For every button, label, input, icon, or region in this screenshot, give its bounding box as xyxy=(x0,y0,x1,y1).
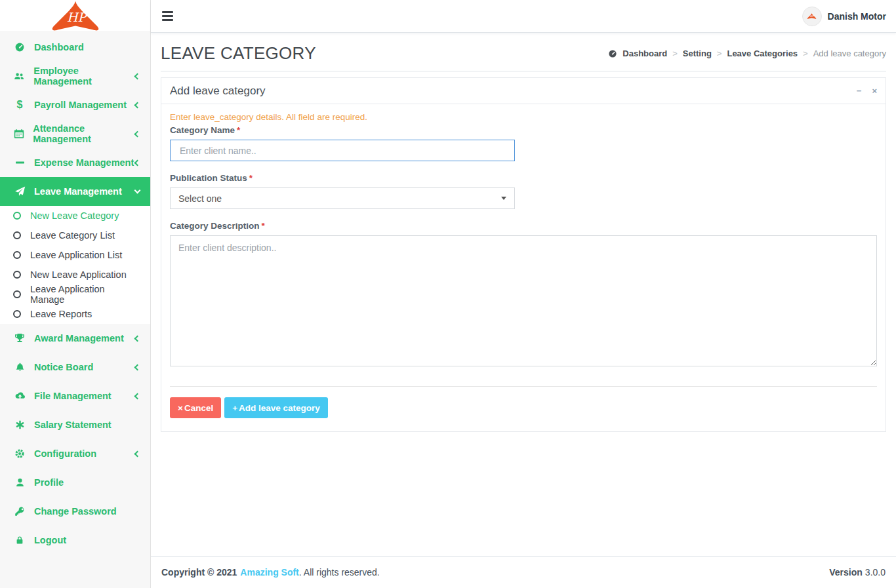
paper-plane-icon xyxy=(13,186,26,197)
brand-logo-icon: HP xyxy=(39,1,112,31)
user-name: Danish Motor xyxy=(828,11,886,22)
required-asterisk: * xyxy=(237,125,240,135)
sidebar-item-file-management[interactable]: File Management xyxy=(0,382,150,410)
user-menu[interactable]: HP Danish Motor xyxy=(802,7,886,26)
plus-icon: + xyxy=(232,403,237,413)
leave-management-submenu: New Leave Category Leave Category List L… xyxy=(0,206,150,324)
submenu-item-leave-application-manage[interactable]: Leave Application Manage xyxy=(0,284,150,304)
breadcrumb-separator: > xyxy=(717,49,722,58)
sidebar-item-employee-management[interactable]: Employee Management xyxy=(0,62,150,90)
sidebar-item-label: Notice Board xyxy=(34,362,93,372)
sidebar-item-configuration[interactable]: Configuration xyxy=(0,439,150,468)
breadcrumb-current: Add leave category xyxy=(813,49,886,58)
submenu-item-leave-category-list[interactable]: Leave Category List xyxy=(0,225,150,245)
company-link[interactable]: Amazing Soft xyxy=(240,567,298,578)
users-icon xyxy=(13,71,26,81)
publication-status-label: Publication Status* xyxy=(170,173,877,183)
form-note: Enter leave_category details. All field … xyxy=(170,112,877,122)
page-content: LEAVE CATEGORY Dashboard > Setting > Lea… xyxy=(151,33,896,556)
chevron-left-icon xyxy=(134,159,141,166)
gear-icon xyxy=(13,448,26,459)
sidebar-item-salary-statement[interactable]: Salary Statement xyxy=(0,410,150,439)
sidebar-item-logout[interactable]: Logout xyxy=(0,526,150,555)
add-leave-category-button[interactable]: + Add leave category xyxy=(224,397,328,418)
breadcrumb-setting[interactable]: Setting xyxy=(683,49,712,58)
sidebar-item-profile[interactable]: Profile xyxy=(0,468,150,497)
panel-header: Add leave category − × xyxy=(161,78,886,104)
user-icon xyxy=(13,477,26,488)
category-description-label: Category Description* xyxy=(170,221,877,231)
circle-icon xyxy=(13,251,21,259)
breadcrumb-separator: > xyxy=(672,49,678,58)
chevron-left-icon xyxy=(134,450,141,457)
sidebar-item-label: Expense Management xyxy=(34,157,134,168)
breadcrumb: Dashboard > Setting > Leave Categories >… xyxy=(608,49,886,58)
brand-logo-text: HP xyxy=(67,10,87,24)
topbar: HP Danish Motor xyxy=(151,0,896,33)
add-leave-category-panel: Add leave category − × Enter leave_categ… xyxy=(161,77,886,432)
version-value: 3.0.0 xyxy=(865,567,886,578)
asterisk-icon xyxy=(13,420,26,430)
category-description-textarea[interactable] xyxy=(170,235,877,366)
copyright-text: Copyright © 2021 xyxy=(161,567,237,578)
category-name-input[interactable] xyxy=(170,140,515,161)
submenu-item-label: Leave Application List xyxy=(30,250,122,260)
circle-icon xyxy=(13,231,21,239)
circle-icon xyxy=(13,212,21,220)
close-icon[interactable]: × xyxy=(872,87,877,95)
circle-icon xyxy=(13,271,21,279)
sidebar-item-payroll-management[interactable]: $ Payroll Management xyxy=(0,90,150,119)
breadcrumb-dashboard[interactable]: Dashboard xyxy=(622,49,667,58)
sidebar-item-label: Attendance Management xyxy=(33,123,135,144)
sidebar-item-attendance-management[interactable]: Attendance Management xyxy=(0,119,150,148)
caret-down-icon xyxy=(501,197,506,200)
chevron-left-icon xyxy=(134,102,141,108)
version-label: Version xyxy=(829,567,863,578)
sidebar-item-dashboard[interactable]: Dashboard xyxy=(0,33,150,62)
submenu-item-leave-application-list[interactable]: Leave Application List xyxy=(0,245,150,265)
sidebar-menu: Dashboard Employee Management $ Payroll … xyxy=(0,31,150,588)
menu-toggle-icon[interactable] xyxy=(161,9,174,24)
submenu-item-new-leave-category[interactable]: New Leave Category xyxy=(0,206,150,225)
sidebar-item-change-password[interactable]: Change Password xyxy=(0,497,150,526)
sidebar-item-label: Salary Statement xyxy=(34,420,112,430)
submenu-item-new-leave-application[interactable]: New Leave Application xyxy=(0,265,150,284)
chevron-left-icon xyxy=(134,335,141,342)
required-asterisk: * xyxy=(249,173,253,183)
submenu-item-leave-reports[interactable]: Leave Reports xyxy=(0,304,150,324)
sidebar-item-label: Configuration xyxy=(34,448,96,459)
select-value: Select one xyxy=(178,193,222,204)
category-description-group: Category Description* xyxy=(170,221,877,369)
circle-icon xyxy=(13,290,21,298)
submenu-item-label: Leave Category List xyxy=(30,230,115,241)
publication-status-group: Publication Status* Select one xyxy=(170,173,877,209)
cancel-button[interactable]: × Cancel xyxy=(170,397,221,418)
sidebar-item-label: File Management xyxy=(34,391,112,401)
panel-title: Add leave category xyxy=(170,85,266,98)
sidebar-item-label: Leave Management xyxy=(34,186,122,197)
breadcrumb-separator: > xyxy=(803,49,808,58)
main-area: HP Danish Motor LEAVE CATEGORY Dashboard… xyxy=(151,0,896,588)
divider xyxy=(170,386,877,387)
sidebar-item-leave-management[interactable]: Leave Management xyxy=(0,177,150,206)
sidebar-item-label: Payroll Management xyxy=(34,100,127,110)
submenu-item-label: Leave Application Manage xyxy=(30,284,140,305)
collapse-icon[interactable]: − xyxy=(857,87,862,95)
avatar: HP xyxy=(802,7,822,26)
panel-body: Enter leave_category details. All field … xyxy=(161,104,886,431)
brand-logo[interactable]: HP xyxy=(0,0,150,31)
sidebar-item-award-management[interactable]: Award Management xyxy=(0,324,150,353)
copyright-rest: . All rights reserved. xyxy=(299,567,380,578)
required-asterisk: * xyxy=(262,221,265,231)
sidebar-item-notice-board[interactable]: Notice Board xyxy=(0,353,150,382)
submenu-item-label: Leave Reports xyxy=(30,309,92,319)
breadcrumb-leave-categories[interactable]: Leave Categories xyxy=(727,49,798,58)
circle-icon xyxy=(13,310,21,318)
category-name-group: Category Name* xyxy=(170,125,877,161)
publication-status-select[interactable]: Select one xyxy=(170,187,515,209)
sidebar-item-label: Employee Management xyxy=(33,66,135,87)
submenu-item-label: New Leave Application xyxy=(30,269,127,280)
sidebar-item-expense-management[interactable]: Expense Management xyxy=(0,148,150,177)
cloud-upload-icon xyxy=(13,391,26,401)
gauge-icon xyxy=(13,42,26,52)
